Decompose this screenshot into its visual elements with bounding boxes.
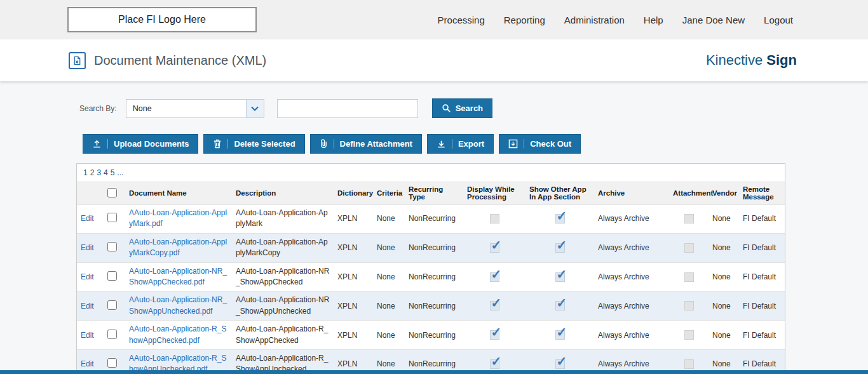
vendor-cell: None bbox=[709, 204, 739, 234]
dictionary-cell: XPLN bbox=[334, 262, 373, 291]
define-attachment-button[interactable]: Define Attachment bbox=[310, 134, 422, 154]
show-other-app-checkbox[interactable] bbox=[555, 359, 565, 369]
nav-processing[interactable]: Processing bbox=[438, 15, 485, 25]
edit-link[interactable]: Edit bbox=[81, 243, 94, 252]
page-link[interactable]: 2 bbox=[90, 168, 95, 177]
recurring-type-cell: NonRecurring bbox=[405, 321, 463, 350]
table-row: Edit AAuto-Loan-Application-NR_ShowAppCh… bbox=[77, 262, 785, 291]
table-row: Edit AAuto-Loan-Application-R_ShowAppChe… bbox=[77, 321, 785, 350]
brand-second: Sign bbox=[766, 52, 797, 68]
vendor-cell: None bbox=[709, 291, 739, 321]
row-checkbox[interactable] bbox=[107, 300, 117, 310]
attachment-checkbox[interactable] bbox=[684, 272, 694, 282]
page-link[interactable]: 4 bbox=[104, 168, 108, 177]
show-other-app-checkbox[interactable] bbox=[555, 301, 565, 311]
page-link[interactable]: 3 bbox=[97, 168, 101, 177]
attachment-checkbox[interactable] bbox=[684, 301, 694, 311]
remote-message-cell: FI Default bbox=[739, 262, 785, 291]
description-cell: AAuto-Loan-Application-R_ShowAppChecked bbox=[232, 321, 334, 350]
search-icon bbox=[442, 104, 451, 113]
page-link[interactable]: 1 bbox=[83, 168, 88, 177]
show-other-app-checkbox[interactable] bbox=[555, 330, 565, 340]
col-display-while-processing: Display While Processing bbox=[463, 182, 526, 204]
display-while-processing-checkbox[interactable] bbox=[490, 330, 499, 340]
edit-link[interactable]: Edit bbox=[81, 272, 94, 281]
archive-cell: Always Archive bbox=[594, 321, 669, 350]
archive-cell: Always Archive bbox=[594, 291, 669, 321]
attachment-checkbox[interactable] bbox=[684, 243, 694, 253]
dictionary-cell: XPLN bbox=[334, 291, 373, 321]
select-all-checkbox[interactable] bbox=[107, 188, 117, 197]
recurring-type-cell: NonRecurring bbox=[405, 291, 463, 321]
attachment-icon bbox=[320, 139, 334, 149]
documents-table-container: 12345... Document Name Description Dicti… bbox=[76, 163, 785, 374]
check-out-icon bbox=[508, 139, 524, 149]
col-document-name: Document Name bbox=[125, 182, 232, 204]
row-checkbox[interactable] bbox=[107, 358, 117, 368]
search-by-dropdown[interactable]: None bbox=[126, 99, 264, 118]
edit-link[interactable]: Edit bbox=[81, 331, 94, 340]
recurring-type-cell: NonRecurring bbox=[405, 204, 463, 234]
brand-logo: Kinective Sign bbox=[706, 52, 797, 69]
attachment-checkbox[interactable] bbox=[684, 330, 694, 340]
edit-link[interactable]: Edit bbox=[81, 302, 94, 311]
edit-link[interactable]: Edit bbox=[81, 359, 94, 368]
document-xml-icon bbox=[69, 52, 86, 69]
document-name-link[interactable]: AAuto-Loan-Application-ApplyMark.pdf bbox=[129, 208, 228, 230]
check-out-button[interactable]: Check Out bbox=[499, 134, 581, 154]
main-content: Search By: None Search Upload Documents bbox=[0, 81, 868, 374]
row-checkbox[interactable] bbox=[107, 213, 117, 222]
description-cell: AAuto-Loan-Application-NR_ShowAppChecked bbox=[232, 262, 334, 291]
title-wrap: Document Maintenance (XML) bbox=[69, 52, 266, 69]
vendor-cell: None bbox=[709, 233, 739, 262]
table-row: Edit AAuto-Loan-Application-ApplyMarkCop… bbox=[77, 233, 785, 262]
nav-logout[interactable]: Logout bbox=[764, 15, 793, 25]
export-button[interactable]: Export bbox=[427, 134, 494, 154]
document-name-link[interactable]: AAuto-Loan-Application-NR_ShowAppUncheck… bbox=[129, 295, 228, 317]
nav-user[interactable]: Jane Doe New bbox=[682, 15, 745, 25]
table-row: Edit AAuto-Loan-Application-NR_ShowAppUn… bbox=[77, 291, 785, 321]
search-input[interactable] bbox=[277, 99, 418, 118]
remote-message-cell: FI Default bbox=[739, 233, 785, 262]
display-while-processing-checkbox[interactable] bbox=[490, 301, 499, 311]
upload-documents-button[interactable]: Upload Documents bbox=[83, 134, 198, 154]
nav-help[interactable]: Help bbox=[644, 15, 663, 25]
remote-message-cell: FI Default bbox=[739, 291, 785, 321]
row-checkbox[interactable] bbox=[107, 330, 117, 339]
col-recurring-type: Recurring Type bbox=[405, 182, 463, 204]
chevron-down-icon[interactable] bbox=[246, 100, 264, 117]
remote-message-cell: FI Default bbox=[739, 204, 785, 234]
row-checkbox[interactable] bbox=[107, 242, 117, 251]
page-link[interactable]: ... bbox=[117, 168, 123, 177]
show-other-app-checkbox[interactable] bbox=[555, 214, 565, 224]
col-description: Description bbox=[232, 182, 334, 204]
footer-bar bbox=[0, 370, 868, 374]
vendor-cell: None bbox=[709, 321, 739, 350]
nav-administration[interactable]: Administration bbox=[564, 15, 625, 25]
search-button[interactable]: Search bbox=[432, 98, 492, 118]
attachment-checkbox[interactable] bbox=[684, 359, 694, 369]
document-name-link[interactable]: AAuto-Loan-Application-ApplyMarkCopy.pdf bbox=[129, 237, 228, 259]
display-while-processing-checkbox[interactable] bbox=[490, 243, 499, 253]
topbar: Place FI Logo Here Processing Reporting … bbox=[0, 0, 868, 39]
remote-message-cell: FI Default bbox=[739, 321, 785, 350]
attachment-checkbox[interactable] bbox=[684, 214, 694, 224]
col-attachment: Attachment bbox=[669, 182, 709, 204]
header-band: Document Maintenance (XML) Kinective Sig… bbox=[0, 39, 868, 81]
page-link[interactable]: 5 bbox=[111, 168, 115, 177]
display-while-processing-checkbox[interactable] bbox=[490, 214, 499, 224]
nav-reporting[interactable]: Reporting bbox=[504, 15, 545, 25]
edit-link[interactable]: Edit bbox=[81, 214, 94, 223]
delete-selected-button[interactable]: Delete Selected bbox=[203, 134, 304, 154]
recurring-type-cell: NonRecurring bbox=[405, 233, 463, 262]
document-name-link[interactable]: AAuto-Loan-Application-R_ShowAppChecked.… bbox=[129, 324, 228, 346]
criteria-cell: None bbox=[373, 204, 405, 234]
show-other-app-checkbox[interactable] bbox=[555, 243, 565, 253]
document-name-link[interactable]: AAuto-Loan-Application-NR_ShowAppChecked… bbox=[129, 266, 228, 288]
row-checkbox[interactable] bbox=[107, 271, 117, 281]
display-while-processing-checkbox[interactable] bbox=[490, 359, 499, 369]
export-icon bbox=[437, 139, 452, 149]
display-while-processing-checkbox[interactable] bbox=[490, 272, 499, 282]
col-show-other-app: Show Other App In App Section bbox=[526, 182, 594, 204]
show-other-app-checkbox[interactable] bbox=[555, 272, 565, 282]
